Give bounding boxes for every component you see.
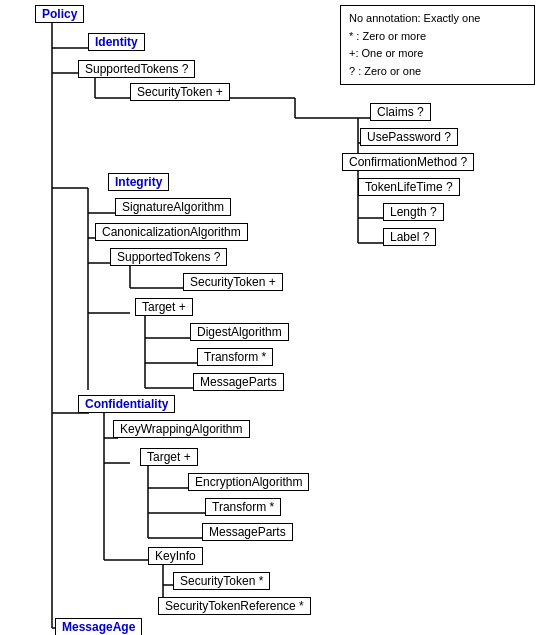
label-node[interactable]: Label ?	[383, 228, 436, 246]
legend-line-3: ? : Zero or one	[349, 63, 526, 81]
identity-node[interactable]: Identity	[88, 33, 145, 51]
confirmation-method-node[interactable]: ConfirmationMethod ?	[342, 153, 474, 171]
message-age-node[interactable]: MessageAge	[55, 618, 142, 635]
claims-node[interactable]: Claims ?	[370, 103, 431, 121]
signature-algorithm-node[interactable]: SignatureAlgorithm	[115, 198, 231, 216]
legend-title: No annotation: Exactly one	[349, 10, 526, 28]
integrity-node[interactable]: Integrity	[108, 173, 169, 191]
message-parts-1-node[interactable]: MessageParts	[193, 373, 284, 391]
policy-node[interactable]: Policy	[35, 5, 84, 23]
security-token-1-node[interactable]: SecurityToken +	[130, 83, 230, 101]
transform-1-node[interactable]: Transform *	[197, 348, 273, 366]
security-token-3-node[interactable]: SecurityToken *	[173, 572, 270, 590]
supported-tokens-2-node[interactable]: SupportedTokens ?	[110, 248, 227, 266]
message-parts-2-node[interactable]: MessageParts	[202, 523, 293, 541]
length-node[interactable]: Length ?	[383, 203, 444, 221]
digest-algorithm-node[interactable]: DigestAlgorithm	[190, 323, 289, 341]
canonicalization-algorithm-node[interactable]: CanonicalizationAlgorithm	[95, 223, 248, 241]
target-1-node[interactable]: Target +	[135, 298, 193, 316]
diagram: No annotation: Exactly one * : Zero or m…	[0, 0, 546, 635]
security-token-reference-node[interactable]: SecurityTokenReference *	[158, 597, 311, 615]
supported-tokens-1-node[interactable]: SupportedTokens ?	[78, 60, 195, 78]
security-token-2-node[interactable]: SecurityToken +	[183, 273, 283, 291]
legend-box: No annotation: Exactly one * : Zero or m…	[340, 5, 535, 85]
key-info-node[interactable]: KeyInfo	[148, 547, 203, 565]
token-lifetime-node[interactable]: TokenLifeTime ?	[358, 178, 460, 196]
legend-line-1: * : Zero or more	[349, 28, 526, 46]
confidentiality-node[interactable]: Confidentiality	[78, 395, 175, 413]
legend-line-2: +: One or more	[349, 45, 526, 63]
target-2-node[interactable]: Target +	[140, 448, 198, 466]
transform-2-node[interactable]: Transform *	[205, 498, 281, 516]
key-wrapping-algorithm-node[interactable]: KeyWrappingAlgorithm	[113, 420, 250, 438]
encryption-algorithm-node[interactable]: EncryptionAlgorithm	[188, 473, 309, 491]
use-password-node[interactable]: UsePassword ?	[360, 128, 458, 146]
